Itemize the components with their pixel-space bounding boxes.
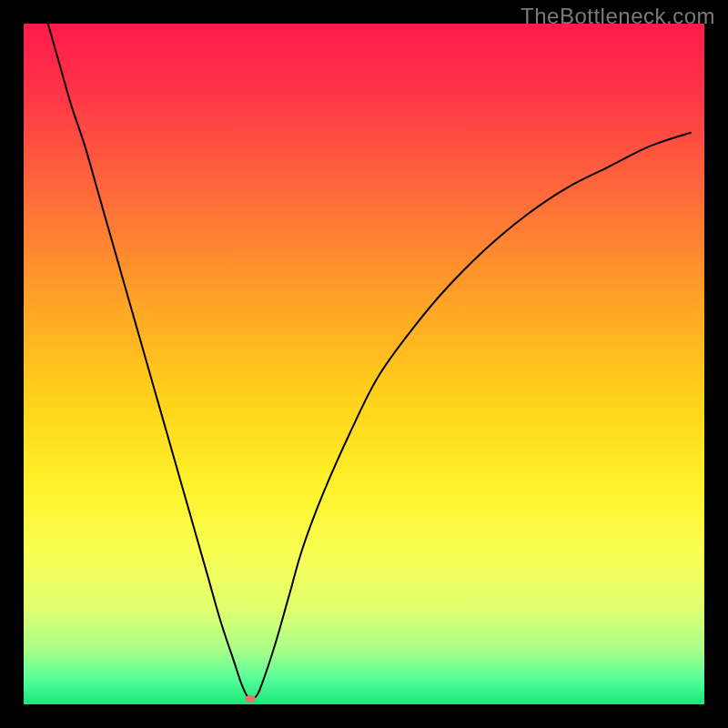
chart-svg — [0, 0, 728, 728]
chart-background — [24, 24, 704, 704]
watermark-text: TheBottleneck.com — [521, 4, 715, 29]
optimal-point-marker — [245, 695, 256, 703]
bottleneck-chart: TheBottleneck.com — [0, 0, 728, 728]
